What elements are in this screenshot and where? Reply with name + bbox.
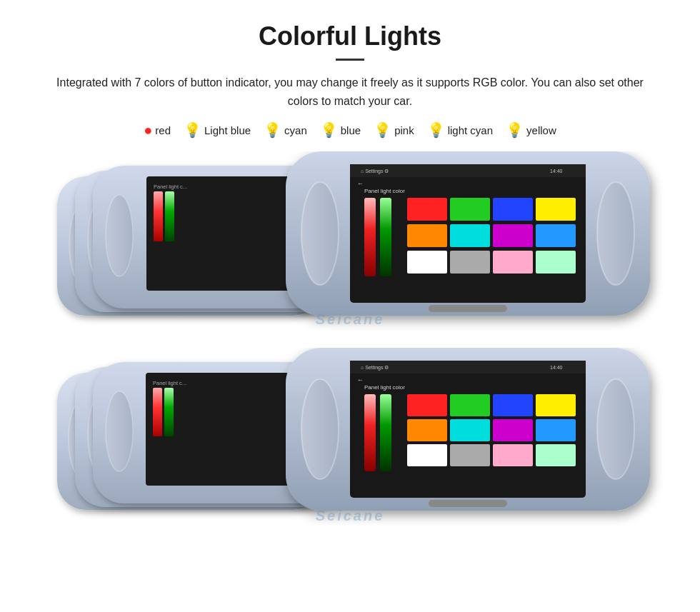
bulb-icon-pink: 💡 bbox=[374, 121, 391, 139]
svg-rect-78 bbox=[536, 394, 576, 416]
svg-rect-44 bbox=[429, 305, 507, 312]
car-group-2-svg: Panel light c... Panel light c... bbox=[36, 348, 664, 526]
bulb-icon-lightblue: 💡 bbox=[184, 121, 201, 139]
svg-text:Panel light c...: Panel light c... bbox=[153, 380, 186, 386]
svg-rect-76 bbox=[450, 394, 490, 416]
watermark-1: Seicane bbox=[316, 311, 385, 327]
svg-rect-18 bbox=[165, 191, 174, 241]
color-label-yellow: 💡 yellow bbox=[506, 121, 556, 139]
svg-rect-86 bbox=[536, 444, 576, 466]
color-name-lightcyan: light cyan bbox=[448, 124, 493, 136]
svg-rect-83 bbox=[407, 444, 447, 466]
car-group-1-svg: Panel light c... Panel light c... bbox=[36, 151, 664, 330]
svg-rect-82 bbox=[536, 419, 576, 441]
svg-text:←: ← bbox=[357, 180, 364, 187]
svg-rect-73 bbox=[364, 394, 376, 471]
svg-point-88 bbox=[597, 379, 634, 479]
page-container: Colorful Lights Integrated with 7 colors… bbox=[0, 0, 700, 612]
svg-rect-84 bbox=[450, 444, 490, 466]
svg-rect-38 bbox=[407, 251, 447, 274]
title-divider bbox=[336, 59, 364, 61]
svg-rect-63 bbox=[164, 388, 174, 436]
description-text: Integrated with 7 colors of button indic… bbox=[43, 74, 657, 110]
svg-rect-28 bbox=[364, 198, 376, 276]
svg-rect-36 bbox=[493, 224, 533, 247]
svg-rect-77 bbox=[493, 394, 533, 416]
svg-text:⌂  Settings  ⚙: ⌂ Settings ⚙ bbox=[361, 169, 389, 174]
svg-rect-33 bbox=[536, 198, 576, 221]
svg-text:14:40: 14:40 bbox=[550, 365, 563, 370]
svg-rect-41 bbox=[536, 251, 576, 274]
svg-point-42 bbox=[301, 182, 339, 285]
watermark-2: Seicane bbox=[316, 508, 385, 523]
svg-text:⌂  Settings  ⚙: ⌂ Settings ⚙ bbox=[361, 365, 389, 371]
color-label-lightcyan: 💡 light cyan bbox=[427, 121, 493, 139]
svg-text:Panel light color: Panel light color bbox=[364, 188, 405, 194]
color-name-yellow: yellow bbox=[526, 124, 556, 136]
color-name-lightblue: Light blue bbox=[204, 124, 251, 136]
svg-point-87 bbox=[301, 379, 339, 479]
svg-rect-37 bbox=[536, 224, 576, 247]
color-name-cyan: cyan bbox=[284, 124, 307, 136]
svg-rect-80 bbox=[450, 419, 490, 441]
color-label-blue: 💡 blue bbox=[320, 121, 361, 139]
svg-rect-74 bbox=[380, 394, 391, 471]
svg-point-19 bbox=[106, 195, 133, 276]
car-group-1: Panel light c... Panel light c... bbox=[36, 151, 664, 341]
color-label-red: ● red bbox=[144, 122, 171, 139]
color-labels-row: ● red 💡 Light blue 💡 cyan 💡 blue 💡 pink … bbox=[144, 121, 556, 139]
car-group-2: Panel light c... Panel light c... bbox=[36, 348, 664, 530]
svg-rect-32 bbox=[493, 198, 533, 221]
svg-rect-35 bbox=[450, 224, 490, 247]
color-name-pink: pink bbox=[394, 124, 414, 136]
svg-rect-81 bbox=[493, 419, 533, 441]
color-label-lightblue: 💡 Light blue bbox=[184, 121, 251, 139]
bulb-icon-yellow: 💡 bbox=[506, 121, 524, 139]
svg-rect-34 bbox=[407, 224, 447, 247]
svg-rect-29 bbox=[380, 198, 391, 276]
color-name-red: red bbox=[155, 124, 171, 136]
bulb-icon-red: ● bbox=[144, 122, 152, 139]
color-label-pink: 💡 pink bbox=[374, 121, 414, 139]
svg-point-43 bbox=[597, 182, 634, 285]
svg-rect-30 bbox=[407, 198, 447, 221]
bulb-icon-blue: 💡 bbox=[320, 121, 338, 139]
bulb-icon-lightcyan: 💡 bbox=[427, 121, 445, 139]
svg-text:Panel light color: Panel light color bbox=[364, 384, 405, 391]
cars-section: Panel light c... Panel light c... bbox=[29, 151, 671, 530]
svg-text:14:40: 14:40 bbox=[550, 169, 563, 174]
svg-point-64 bbox=[106, 391, 133, 471]
bulb-icon-cyan: 💡 bbox=[264, 121, 281, 139]
svg-rect-31 bbox=[450, 198, 490, 221]
color-label-cyan: 💡 cyan bbox=[264, 121, 307, 139]
page-title: Colorful Lights bbox=[259, 21, 441, 51]
svg-rect-85 bbox=[493, 444, 533, 466]
svg-text:←: ← bbox=[357, 376, 364, 383]
color-name-blue: blue bbox=[341, 124, 361, 136]
svg-text:Panel light c...: Panel light c... bbox=[154, 184, 187, 190]
svg-rect-39 bbox=[450, 251, 490, 274]
svg-rect-75 bbox=[407, 394, 447, 416]
svg-rect-62 bbox=[153, 388, 162, 436]
svg-rect-17 bbox=[154, 191, 163, 241]
svg-rect-79 bbox=[407, 419, 447, 441]
svg-rect-89 bbox=[429, 500, 507, 507]
svg-rect-40 bbox=[493, 251, 533, 274]
